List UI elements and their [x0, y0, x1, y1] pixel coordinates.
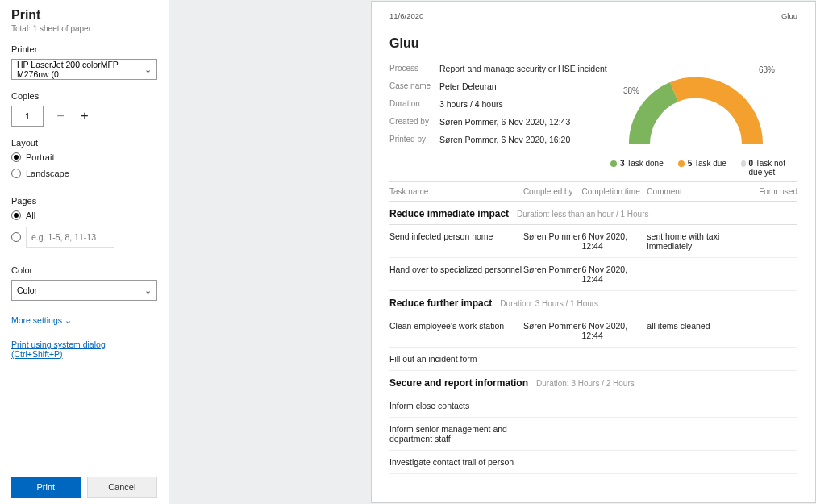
table-row: Clean employee's work stationSøren Pomme… — [389, 314, 797, 348]
print-panel: Print Total: 1 sheet of paper Printer HP… — [0, 0, 169, 504]
color-label: Color — [11, 265, 157, 275]
table-row: Fill out an incident form — [389, 348, 797, 371]
section-row: Secure and report informationDuration: 3… — [389, 371, 797, 394]
cancel-button[interactable]: Cancel — [87, 477, 158, 498]
color-select[interactable]: Color ⌄ — [11, 280, 157, 301]
legend-dot-icon — [678, 160, 685, 167]
legend-item: 3 Task done — [610, 159, 664, 177]
section-row: Reduce immediate impactDuration: less th… — [389, 202, 797, 225]
copies-label: Copies — [11, 91, 157, 101]
pages-label: Pages — [11, 196, 157, 206]
panel-title: Print — [11, 8, 157, 23]
task-table: Task name Completed by Completion time C… — [389, 181, 797, 474]
table-row: Send infected person homeSøren Pommer6 N… — [389, 225, 797, 258]
gauge-chart: 38% 63% — [615, 64, 776, 152]
layout-label: Layout — [11, 138, 157, 148]
printer-label: Printer — [11, 44, 157, 54]
preview-header-app: Gluu — [781, 11, 797, 20]
section-row: Reduce further impactDuration: 3 Hours /… — [389, 291, 797, 314]
table-row: Inform close contacts — [389, 394, 797, 418]
legend-item: 5 Task due — [678, 159, 726, 177]
print-button[interactable]: Print — [11, 477, 81, 498]
more-settings-toggle[interactable]: More settings ⌄ — [11, 315, 72, 326]
pages-custom-option[interactable] — [11, 227, 157, 248]
color-value: Color — [17, 285, 37, 295]
chevron-down-icon: ⌄ — [144, 285, 152, 296]
table-header-row: Task name Completed by Completion time C… — [389, 182, 797, 202]
printer-value: HP LaserJet 200 colorMFP M276nw (0 — [17, 60, 142, 79]
panel-subtitle: Total: 1 sheet of paper — [11, 24, 157, 33]
meta-block: ProcessReport and manage security or HSE… — [389, 64, 607, 177]
radio-checked-icon — [11, 210, 21, 220]
gauge-right-label: 63% — [759, 65, 775, 74]
legend-item: 0 Task not due yet — [741, 159, 794, 177]
layout-portrait-option[interactable]: Portrait — [11, 152, 157, 162]
pages-all-option[interactable]: All — [11, 210, 157, 220]
layout-landscape-option[interactable]: Landscape — [11, 169, 157, 178]
system-dialog-link[interactable]: Print using system dialog (Ctrl+Shift+P) — [11, 339, 157, 359]
chevron-down-icon: ⌄ — [144, 65, 152, 75]
table-row: Investigate contact trail of person — [389, 451, 797, 474]
chart-legend: 3 Task done5 Task due0 Task not due yet — [610, 159, 797, 177]
preview-page: 11/6/2020 Gluu Gluu ProcessReport and ma… — [371, 1, 816, 503]
chart-block: 38% 63% 3 Task done5 Task due0 Task not … — [607, 64, 797, 177]
table-row: Hand over to specialized personnelSøren … — [389, 258, 797, 291]
radio-checked-icon — [11, 152, 21, 162]
copies-increment[interactable]: + — [77, 109, 92, 123]
radio-icon — [11, 169, 21, 178]
pages-range-input[interactable] — [26, 227, 114, 248]
legend-dot-icon — [610, 160, 617, 167]
radio-icon — [11, 232, 21, 242]
preview-gutter — [169, 0, 371, 504]
preview-title: Gluu — [389, 36, 797, 51]
legend-dot-icon — [741, 160, 746, 167]
copies-input[interactable] — [11, 106, 44, 127]
copies-decrement[interactable]: − — [53, 109, 68, 123]
chevron-down-icon: ⌄ — [65, 315, 72, 326]
printer-select[interactable]: HP LaserJet 200 colorMFP M276nw (0 ⌄ — [11, 59, 157, 80]
preview-header-date: 11/6/2020 — [389, 11, 423, 20]
table-row: Inform senior management and department … — [389, 418, 797, 451]
gauge-left-label: 38% — [623, 86, 639, 95]
preview-area: 11/6/2020 Gluu Gluu ProcessReport and ma… — [371, 0, 816, 504]
